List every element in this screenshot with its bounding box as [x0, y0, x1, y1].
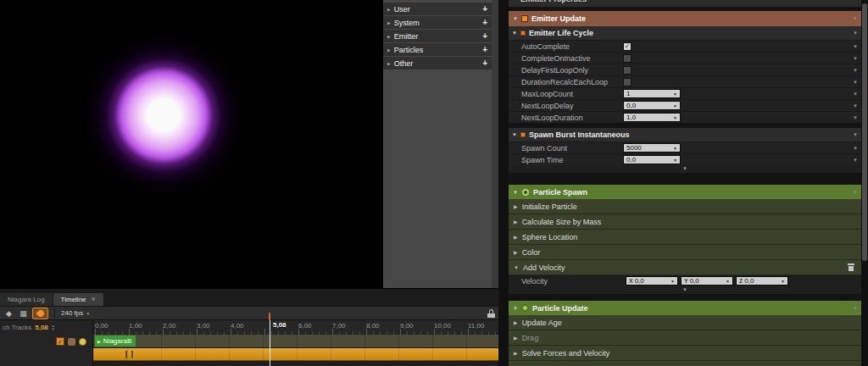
emitter-track-row[interactable]: ▶ NiagaraB	[93, 335, 498, 348]
spawn-count-field[interactable]: 5000 ▼	[623, 143, 681, 152]
chevron-down-icon[interactable]: ▼	[853, 80, 858, 85]
chevron-down-icon[interactable]: ▼	[853, 115, 858, 120]
chevron-down-icon[interactable]: ▼	[853, 68, 858, 73]
module-row-sphere-location[interactable]: ▶ Sphere Location	[509, 230, 861, 245]
tab-niagara-log[interactable]: Niagara Log	[0, 293, 53, 306]
velocity-y-field[interactable]: Y 0,0 ▼	[681, 276, 733, 286]
chevron-down-icon[interactable]: ▼	[673, 115, 677, 120]
chevron-down-icon[interactable]: ▼	[853, 92, 858, 97]
module-row-calculate-size[interactable]: ▶ Calculate Size by Mass	[509, 214, 861, 230]
chevron-right-icon[interactable]: ▶	[514, 335, 518, 341]
emitter-enabled-checkbox[interactable]: ✓	[56, 337, 64, 346]
preview-viewport[interactable]	[0, 0, 383, 289]
delayfirstlooponly-checkbox[interactable]	[623, 66, 632, 75]
autocomplete-checkbox[interactable]: ✓	[623, 42, 632, 51]
tab-timeline[interactable]: Timeline ×	[53, 293, 103, 306]
param-section-emitter[interactable]: ▶ Emitter +	[383, 30, 492, 42]
burst-key[interactable]	[131, 351, 133, 358]
add-parameter-button[interactable]: +	[482, 32, 487, 41]
completeoninactive-checkbox[interactable]	[623, 54, 632, 63]
chevron-right-icon[interactable]: ▶	[514, 203, 518, 209]
chevron-right-icon[interactable]: ▶	[514, 249, 518, 255]
module-row-color[interactable]: ▶ Color	[509, 245, 861, 260]
time-spinner[interactable]: ▲ ▼	[52, 324, 55, 331]
curves-icon[interactable]: ▦	[18, 308, 29, 319]
niagara-logo-button[interactable]	[32, 308, 48, 319]
spawn-time-field[interactable]: 0,0 ▼	[623, 155, 681, 164]
velocity-z-field[interactable]: Z 0,0 ▼	[736, 276, 788, 286]
chevron-right-icon[interactable]: ▶	[387, 47, 391, 53]
add-parameter-button[interactable]: +	[482, 59, 487, 68]
burst-key[interactable]	[125, 351, 127, 358]
chevron-down-icon[interactable]: ▼	[726, 279, 730, 284]
chevron-right-icon[interactable]: ▶	[387, 20, 391, 25]
visibility-icon[interactable]	[79, 338, 86, 346]
scrollbar-thumb[interactable]	[862, 3, 867, 261]
chevron-down-icon[interactable]: ▼	[513, 190, 518, 195]
module-row-drag[interactable]: ▶ Drag	[509, 330, 861, 346]
emitter-update-group-header[interactable]: ▼ Emitter Update ▼	[509, 11, 861, 26]
add-parameter-button[interactable]: +	[482, 19, 487, 27]
emitter-lifetime-bar[interactable]	[93, 348, 498, 361]
keyframe-icon[interactable]: ◆	[3, 308, 14, 319]
chevron-down-icon[interactable]: ▼	[513, 306, 518, 311]
module-row-initialize-particle[interactable]: ▶ Initialize Particle	[509, 199, 861, 214]
expand-section-button[interactable]: ▼	[509, 286, 861, 294]
chevron-down-icon[interactable]: ▼	[673, 92, 677, 97]
stack-scrollbar[interactable]	[861, 0, 868, 366]
add-parameter-button[interactable]: +	[482, 46, 487, 54]
maxloopcount-field[interactable]: 1 ▼	[623, 89, 681, 98]
nextloopduration-field[interactable]: 1,0 ▼	[623, 113, 681, 122]
chevron-right-icon[interactable]: ▶	[387, 7, 391, 12]
lock-icon[interactable]	[487, 309, 495, 318]
chevron-down-icon[interactable]: ▼	[853, 306, 858, 311]
chevron-down-icon[interactable]: ▼	[853, 146, 858, 151]
spin-down-icon[interactable]: ▼	[52, 328, 55, 331]
param-section-other[interactable]: ▶ Other +	[383, 57, 492, 69]
particle-update-group-header[interactable]: ▼ Particle Update ▼	[509, 301, 861, 315]
emitter-life-cycle-header[interactable]: ▼ Emitter Life Cycle ▼	[509, 26, 861, 40]
chevron-right-icon[interactable]: ▶	[387, 34, 391, 39]
chevron-down-icon[interactable]: ▼	[512, 132, 517, 137]
chevron-down-icon[interactable]: ▼	[853, 16, 858, 21]
chevron-down-icon[interactable]: ▼	[514, 265, 519, 270]
velocity-x-field[interactable]: X 0,0 ▼	[626, 276, 678, 286]
chevron-down-icon[interactable]: ▼	[673, 146, 677, 151]
nextloopdelay-field[interactable]: 0,0 ▼	[623, 101, 681, 110]
chevron-right-icon[interactable]: ▶	[514, 350, 518, 356]
chevron-down-icon[interactable]: ▼	[512, 30, 517, 36]
chevron-right-icon[interactable]: ▶	[514, 234, 518, 240]
track-area[interactable]: ▶ NiagaraB	[93, 335, 498, 366]
timeline-ruler[interactable]: 0,00 1,00 2,00 3,00 4,00 6,00 7,00 8,00 …	[93, 320, 498, 335]
close-icon[interactable]: ×	[92, 296, 96, 303]
chevron-down-icon[interactable]: ▼	[853, 56, 858, 61]
chevron-right-icon[interactable]: ▶	[514, 319, 518, 325]
playhead-line[interactable]	[270, 320, 270, 366]
chevron-down-icon[interactable]: ▼	[781, 279, 785, 284]
module-row-add-velocity[interactable]: ▼ Add Velocity	[509, 260, 861, 275]
parameters-scrollbar[interactable]	[492, 0, 498, 293]
isolate-icon[interactable]	[68, 338, 75, 346]
param-section-system[interactable]: ▶ System +	[383, 16, 492, 29]
particle-spawn-group-header[interactable]: ▼ Particle Spawn ▼	[509, 185, 861, 199]
chevron-down-icon[interactable]: ▼	[853, 103, 858, 108]
chevron-right-icon[interactable]: ▶	[97, 339, 101, 344]
chevron-down-icon[interactable]: ▼	[853, 44, 858, 49]
spawn-burst-header[interactable]: ▼ Spawn Burst Instantaneous ▼	[509, 128, 861, 141]
chevron-down-icon[interactable]: ▼	[670, 279, 675, 284]
chevron-down-icon[interactable]: ▼	[853, 30, 858, 36]
chevron-right-icon[interactable]: ▶	[514, 219, 518, 225]
chevron-down-icon[interactable]: ▼	[673, 103, 677, 108]
current-time-field[interactable]: 5,08	[35, 324, 48, 331]
fps-dropdown[interactable]: 240 fps ▼	[61, 309, 90, 317]
search-tracks-input[interactable]: ch Tracks	[3, 324, 31, 331]
module-row-update-age[interactable]: ▶ Update Age	[509, 315, 861, 330]
playhead-marker[interactable]	[269, 313, 270, 320]
chevron-down-icon[interactable]: ▼	[673, 158, 677, 163]
expand-section-button[interactable]: ▼	[509, 165, 861, 173]
add-parameter-button[interactable]: +	[482, 5, 487, 14]
chevron-down-icon[interactable]: ▼	[513, 16, 518, 21]
param-section-user[interactable]: ▶ User +	[383, 3, 492, 15]
emitter-properties-header[interactable]: ▼ Emitter Properties	[509, 0, 861, 7]
delete-module-icon[interactable]	[848, 263, 854, 271]
